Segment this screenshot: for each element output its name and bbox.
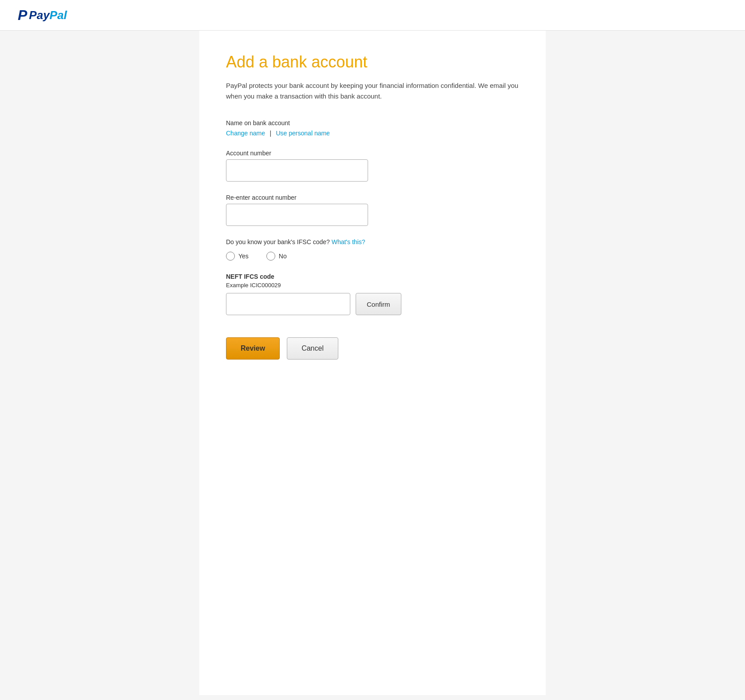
- re-enter-label: Re-enter account number: [226, 194, 519, 201]
- confirm-button[interactable]: Confirm: [356, 293, 401, 315]
- neft-section: NEFT IFCS code Example ICIC000029 Confir…: [226, 273, 519, 315]
- page-header: P PayPal: [0, 0, 745, 31]
- neft-example: Example ICIC000029: [226, 282, 519, 289]
- neft-input-row: Confirm: [226, 293, 519, 315]
- neft-label: NEFT IFCS code: [226, 273, 519, 280]
- yes-label: Yes: [238, 253, 249, 260]
- paypal-pal-text: Pal: [50, 8, 67, 22]
- link-separator: |: [269, 130, 271, 137]
- ifsc-question-text: Do you know your bank's IFSC code? What'…: [226, 238, 519, 245]
- change-name-link[interactable]: Change name: [226, 130, 265, 137]
- whats-this-link[interactable]: What's this?: [332, 238, 365, 245]
- paypal-logo: P PayPal: [18, 8, 67, 22]
- ifsc-radio-group: Yes No: [226, 252, 519, 261]
- yes-radio-option[interactable]: Yes: [226, 252, 249, 261]
- no-radio-option[interactable]: No: [266, 252, 287, 261]
- paypal-wordmark: PayPal: [29, 8, 67, 22]
- review-button[interactable]: Review: [226, 337, 280, 360]
- action-row: Review Cancel: [226, 337, 519, 360]
- page-description: PayPal protects your bank account by kee…: [226, 80, 519, 102]
- page-title: Add a bank account: [226, 53, 519, 71]
- ifsc-section: Do you know your bank's IFSC code? What'…: [226, 238, 519, 261]
- no-radio-input[interactable]: [266, 252, 275, 261]
- re-enter-section: Re-enter account number: [226, 194, 519, 226]
- paypal-pay-text: Pay: [29, 8, 49, 22]
- account-number-section: Account number: [226, 150, 519, 182]
- ifsc-question-label: Do you know your bank's IFSC code?: [226, 238, 330, 245]
- paypal-p-icon: P: [18, 8, 27, 22]
- name-section: Name on bank account Change name | Use p…: [226, 119, 519, 137]
- use-personal-name-link[interactable]: Use personal name: [276, 130, 330, 137]
- account-number-input[interactable]: [226, 159, 368, 182]
- cancel-button[interactable]: Cancel: [287, 337, 338, 360]
- name-label: Name on bank account: [226, 119, 519, 127]
- name-links-row: Change name | Use personal name: [226, 129, 519, 137]
- neft-code-input[interactable]: [226, 293, 350, 315]
- re-enter-account-input[interactable]: [226, 204, 368, 226]
- account-number-label: Account number: [226, 150, 519, 157]
- yes-radio-input[interactable]: [226, 252, 235, 261]
- main-content: Add a bank account PayPal protects your …: [199, 31, 546, 695]
- no-label: No: [279, 253, 287, 260]
